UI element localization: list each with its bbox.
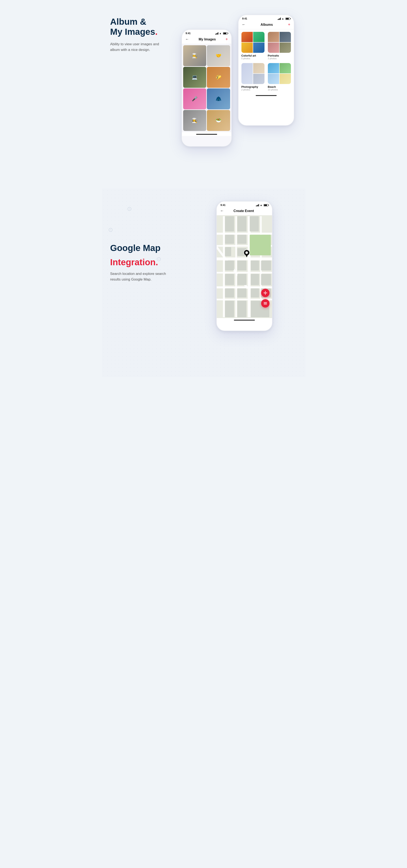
svg-rect-15 [225, 235, 234, 244]
map-title-line2: Integration [110, 257, 156, 267]
svg-rect-30 [251, 288, 259, 297]
album-item-portraits[interactable]: Portraits 3 photos [268, 32, 291, 60]
map-title-line1: Google Map [110, 243, 161, 253]
add-button-albums[interactable]: + [288, 22, 290, 27]
svg-rect-21 [237, 260, 246, 270]
album-cell [268, 32, 279, 42]
album-thumb-photography [241, 63, 264, 84]
svg-rect-25 [237, 274, 246, 285]
title-dot: . [155, 27, 157, 37]
battery-icon-albums [286, 18, 290, 20]
album-name-beach: Beach [268, 85, 291, 88]
add-button-my-images[interactable]: + [226, 37, 228, 42]
svg-rect-17 [250, 235, 271, 255]
my-images-grid: 👨‍🍳 🤝 💻 🌮 🎤 🧥 👩‍🍳 🥗 [182, 44, 231, 132]
home-indicator-albums [238, 93, 294, 97]
album-section-title: Album & My Images. [110, 17, 181, 37]
album-cell [268, 74, 279, 84]
map-content[interactable] [217, 215, 272, 318]
wifi-icon: ▲ [219, 32, 222, 35]
svg-rect-5 [217, 286, 272, 288]
albums-grid: Colorful art 5 photos Portraits 3 [238, 29, 294, 93]
status-bar-my-images: 9:41 ▲ [182, 30, 231, 36]
signal-icon-albums [278, 18, 281, 20]
map-pin-marker [243, 249, 250, 258]
album-item-colorful-art[interactable]: Colorful art 5 photos [241, 32, 264, 60]
svg-rect-23 [261, 260, 271, 270]
image-cell-8[interactable]: 🥗 [207, 110, 230, 131]
album-cell [280, 63, 291, 73]
image-cell-6[interactable]: 🧥 [207, 88, 230, 110]
map-section-subtitle: Integration. [110, 257, 186, 267]
svg-rect-13 [237, 216, 246, 231]
svg-rect-26 [251, 274, 259, 285]
status-icons: ▲ [215, 32, 228, 35]
svg-rect-22 [251, 260, 259, 270]
phone-albums: 9:41 ▲ ← Albums + [238, 15, 294, 126]
album-cell [268, 42, 279, 53]
title-line1: Album & [110, 17, 146, 27]
svg-rect-27 [261, 274, 271, 285]
battery-icon [223, 32, 228, 35]
album-thumb-portraits [268, 32, 291, 53]
nav-bar-my-images: ← My Images + [182, 36, 231, 44]
status-bar-albums: 9:41 ▲ [238, 15, 294, 21]
back-button-albums[interactable]: ← [242, 23, 245, 27]
status-bar-map: 9:41 ▲ [217, 202, 272, 208]
status-time-map: 9:41 [221, 204, 226, 207]
album-cell [241, 42, 253, 53]
signal-icon [215, 32, 219, 35]
album-cell [241, 32, 253, 42]
svg-rect-14 [250, 216, 259, 231]
section-map: ⊙ ⊙ ⊙ Google Map Integration. Search loc… [102, 189, 306, 377]
album-cell [253, 74, 264, 84]
image-cell-5[interactable]: 🎤 [183, 88, 206, 110]
back-button-my-images[interactable]: ← [185, 37, 189, 41]
home-indicator-my-images [182, 132, 231, 136]
album-cell [280, 42, 291, 53]
album-count-portraits: 3 photos [268, 57, 291, 60]
album-cell [280, 74, 291, 84]
svg-rect-1 [217, 232, 272, 235]
svg-rect-7 [223, 216, 225, 317]
phones-container: 9:41 ▲ ← My Images + 👨‍🍳 [181, 12, 297, 147]
location-button[interactable] [261, 289, 269, 297]
svg-rect-8 [235, 216, 237, 317]
map-description: Search location and explore search resul… [110, 271, 169, 282]
image-cell-4[interactable]: 🌮 [207, 67, 230, 88]
svg-marker-37 [245, 255, 248, 257]
phone-map: 9:41 ▲ ← Create Event [216, 201, 272, 331]
svg-rect-4 [217, 272, 272, 274]
status-time-albums: 9:41 [242, 17, 247, 20]
album-count-beach: 10 photos [268, 88, 291, 91]
album-name-portraits: Portraits [268, 54, 291, 57]
image-cell-1[interactable]: 👨‍🍳 [183, 45, 206, 66]
status-icons-albums: ▲ [278, 17, 290, 20]
album-item-photography[interactable]: Photography 2 photos [241, 63, 264, 91]
title-line2: My Images [110, 27, 155, 37]
map-action-buttons [261, 289, 269, 308]
wifi-icon-map: ▲ [260, 204, 262, 207]
nav-title-my-images: My Images [199, 37, 216, 41]
map-section-title: Google Map [110, 243, 186, 253]
back-button-map[interactable]: ← [220, 209, 224, 213]
image-cell-3[interactable]: 💻 [183, 67, 206, 88]
image-cell-2[interactable]: 🤝 [207, 45, 230, 66]
menu-button[interactable] [261, 299, 269, 308]
map-title-dot: . [156, 257, 158, 267]
image-cell-7[interactable]: 👩‍🍳 [183, 110, 206, 131]
svg-rect-33 [237, 301, 246, 317]
nav-title-map: Create Event [233, 209, 254, 213]
album-cell [241, 63, 253, 84]
album-count-colorful-art: 5 photos [241, 57, 264, 60]
home-indicator-map [217, 318, 272, 322]
phone-map-wrapper: 9:41 ▲ ← Create Event [192, 201, 297, 331]
svg-rect-20 [225, 260, 234, 270]
album-cell [253, 32, 264, 42]
album-cell [253, 63, 264, 73]
status-time: 9:41 [186, 32, 191, 35]
svg-rect-16 [237, 235, 246, 244]
album-name-photography: Photography [241, 85, 264, 88]
map-text-block: Google Map Integration. Search location … [110, 201, 186, 282]
album-item-beach[interactable]: Beach 10 photos [268, 63, 291, 91]
